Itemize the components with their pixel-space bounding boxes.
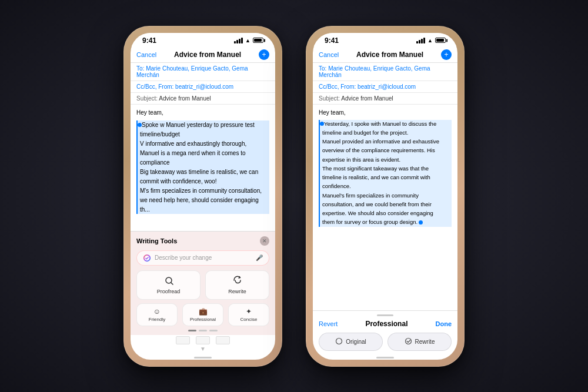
- original-choice-icon: [335, 337, 343, 346]
- wt-page-dots: [136, 330, 269, 331]
- rewritten-text: Yesterday, I spoke with Manuel to discus…: [319, 120, 452, 227]
- rewrite-line-0: Yesterday, I spoke with Manuel to discus…: [322, 120, 452, 128]
- page-dot-1: [188, 330, 196, 331]
- rewrite-line-5: The most significant takeaway was that t…: [322, 165, 452, 173]
- phone-right: 9:41 ▲ Cancel Advice from Manuel +: [306, 26, 465, 367]
- battery-icon-right: [435, 38, 446, 43]
- rewrite-line-4: expertise in this area is evident.: [322, 156, 452, 164]
- mail-greeting-left: Hey team,: [136, 108, 269, 117]
- status-bar-left: 9:41 ▲: [131, 33, 275, 47]
- arrow-down-icon-left: ▼: [200, 346, 206, 352]
- body-line-4: compliance: [140, 158, 269, 167]
- rewrite-line-8: Manuel's firm specializes in community: [322, 192, 452, 200]
- add-button-left[interactable]: +: [259, 49, 269, 60]
- mail-subject-right: Subject: Advice from Manuel: [313, 93, 457, 105]
- body-line-9: th...: [140, 205, 269, 214]
- mail-body-right[interactable]: Hey team, Yesterday, I spoke with Manuel…: [313, 105, 457, 310]
- mail-to-left: To: Marie Chouteau, Enrique Gacto, Gema …: [131, 63, 275, 81]
- mail-to-label-right: To:: [319, 65, 328, 72]
- rewrite-button[interactable]: Rewrite: [205, 270, 269, 300]
- rewrite-bottom-bar: Revert Professional Done Original: [313, 310, 457, 354]
- friendly-icon: ☺: [153, 307, 161, 316]
- rewrite-line-10: expertise. We should also consider engag…: [322, 209, 452, 217]
- rewrite-label: Rewrite: [228, 289, 246, 294]
- wt-search-bar[interactable]: Describe your change 🎤: [136, 250, 269, 266]
- cancel-button-left[interactable]: Cancel: [136, 51, 156, 58]
- friendly-label: Friendly: [149, 317, 165, 322]
- rewrite-line-1: timeline and budget for the project.: [322, 129, 452, 137]
- rewrite-choice-button[interactable]: Rewrite: [387, 333, 452, 351]
- bottom-arrow-left: ▼: [131, 346, 275, 354]
- rewrite-line-6: timeline is realistic, and we can commit…: [322, 173, 452, 182]
- mail-body-left[interactable]: Hey team, Spoke w Manuel yesterday to pr…: [131, 105, 275, 231]
- mail-ccbcc-left: Cc/Bcc, From: beatriz_ri@icloud.com: [131, 81, 275, 93]
- mail-ccbcc-text-right: Cc/Bcc, From: beatriz_ri@icloud.com: [319, 83, 416, 90]
- rewrite-line-7: confidence.: [322, 182, 452, 190]
- wt-close-button[interactable]: ✕: [260, 236, 269, 246]
- bottom-handle-right: [313, 354, 457, 360]
- mail-subject-value-right: Advice from Manuel: [341, 95, 393, 102]
- done-button[interactable]: Done: [436, 320, 452, 327]
- body-line-0: Spoke w Manuel yesterday to pressure tes…: [140, 120, 269, 129]
- friendly-button[interactable]: ☺ Friendly: [136, 303, 178, 326]
- wifi-icon-right: ▲: [427, 38, 433, 43]
- wt-search-placeholder: Describe your change: [155, 254, 256, 261]
- rewrite-bar-top: Revert Professional Done: [319, 320, 452, 328]
- professional-button[interactable]: 💼 Professional: [182, 303, 223, 326]
- page-dot-3: [209, 330, 218, 331]
- bottom-handle-left: [131, 354, 275, 360]
- rewrite-choices: Original Rewrite: [319, 333, 452, 351]
- original-choice-button[interactable]: Original: [319, 333, 383, 351]
- bottom-pages-left: [131, 335, 275, 346]
- rewrite-choice-icon: [405, 337, 412, 346]
- handle-line-left: [194, 357, 212, 359]
- svg-point-3: [336, 338, 342, 344]
- battery-icon-left: [253, 38, 263, 43]
- svg-line-2: [171, 283, 173, 284]
- rewrite-icon: [233, 276, 242, 287]
- signal-icon-right: [416, 38, 425, 43]
- mail-to-right: To: Marie Chouteau, Enrique Gacto, Gema …: [313, 63, 457, 81]
- signal-icon-left: [234, 38, 243, 43]
- concise-button[interactable]: ✦ Concise: [228, 303, 269, 326]
- rewrite-choice-label: Rewrite: [415, 339, 435, 345]
- page-mini-1: [176, 336, 190, 344]
- body-line-6: commit with confidence, woo!: [140, 177, 269, 186]
- wt-title: Writing Tools: [136, 237, 177, 244]
- mail-subject-label-left: Subject:: [136, 95, 159, 102]
- mail-header-right: Cancel Advice from Manuel +: [313, 47, 457, 63]
- body-line-2: V informative and exhaustingly thorough,: [140, 139, 269, 148]
- body-line-1: timeline/budget: [140, 130, 269, 139]
- body-line-7: M's firm specializes in community consul…: [140, 186, 269, 195]
- handle-line-right: [376, 357, 394, 359]
- rewrite-line-2: Manuel provided an informative and exhau…: [322, 138, 452, 146]
- mail-ccbcc-text-left: Cc/Bcc, From: beatriz_ri@icloud.com: [136, 83, 233, 90]
- handle-bar: [377, 314, 393, 316]
- revert-button[interactable]: Revert: [319, 320, 338, 327]
- phone-left: 9:41 ▲ Cancel Advice from Manuel +: [123, 26, 282, 367]
- original-choice-label: Original: [346, 339, 366, 345]
- mail-title-right: Advice from Manuel: [356, 51, 423, 59]
- professional-icon: 💼: [199, 307, 208, 316]
- mail-greeting-right: Hey team,: [319, 108, 452, 117]
- rewrite-line-9: consultation, and we could benefit from …: [322, 200, 452, 209]
- status-icons-right: ▲: [416, 38, 446, 43]
- professional-rewrite-label: Professional: [365, 320, 407, 328]
- page-dot-2: [199, 330, 207, 331]
- concise-label: Concise: [240, 317, 258, 322]
- cancel-button-right[interactable]: Cancel: [319, 51, 339, 58]
- wt-main-buttons: Proofread Rewrite: [136, 270, 269, 300]
- svg-point-4: [405, 338, 411, 344]
- wt-mic-icon[interactable]: 🎤: [256, 254, 263, 261]
- add-button-right[interactable]: +: [441, 49, 452, 60]
- proofread-button[interactable]: Proofread: [136, 270, 201, 300]
- page-mini-2: [196, 336, 210, 344]
- mail-subject-left: Subject: Advice from Manuel: [131, 93, 275, 105]
- status-time-right: 9:41: [325, 36, 339, 45]
- proofread-label: Proofread: [157, 289, 181, 294]
- mail-to-recipients-left: Marie Chouteau, Enrique Gacto, Gema Merc…: [136, 65, 248, 78]
- phone-screen-left: 9:41 ▲ Cancel Advice from Manuel +: [131, 33, 275, 360]
- wifi-icon-left: ▲: [245, 38, 250, 43]
- body-line-3: Manuel is a mega nerd when it comes to: [140, 149, 269, 158]
- mail-title-left: Advice from Manuel: [174, 51, 241, 59]
